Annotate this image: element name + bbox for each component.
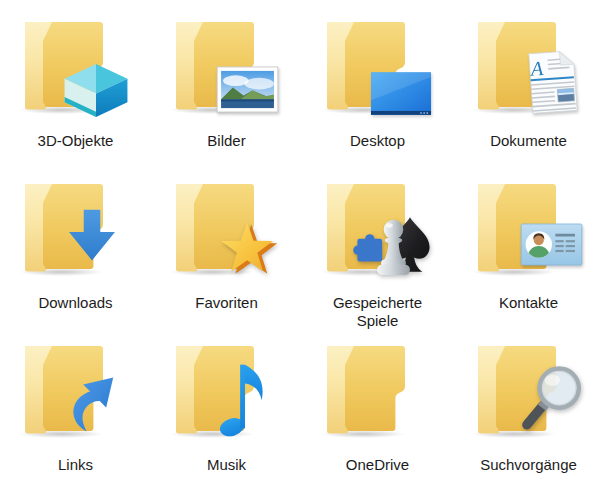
folder-label: Downloads [38, 294, 112, 312]
musik-icon [175, 342, 279, 438]
folder-item-suchvorgaenge[interactable]: Suchvorgänge [453, 324, 604, 487]
puzzle-piece-icon [353, 234, 382, 261]
folder-label: Favoriten [195, 294, 258, 312]
onedrive-icon [326, 342, 430, 438]
folder-label: Links [58, 456, 93, 474]
downloads-icon [24, 180, 128, 276]
folder-item-gespeicherte-spiele[interactable]: Gespeicherte Spiele [302, 162, 453, 324]
folder-item-bilder[interactable]: Bilder [151, 0, 302, 162]
download-arrow-icon [64, 208, 120, 265]
monitor-icon [370, 71, 432, 116]
music-note-icon [218, 356, 272, 438]
folder-item-onedrive[interactable]: OneDrive [302, 324, 453, 487]
3d-objekte-icon [24, 18, 128, 114]
folder-label: Desktop [350, 132, 405, 150]
folder-item-musik[interactable]: Musik [151, 324, 302, 487]
gespeicherte-spiele-icon [326, 180, 430, 276]
suchvorgaenge-icon [477, 342, 581, 438]
folder-label: Suchvorgänge [480, 456, 577, 474]
contact-card-icon [519, 223, 584, 268]
shortcut-arrow-icon [62, 372, 115, 436]
desktop-icon [326, 18, 430, 114]
folder-label: Dokumente [490, 132, 567, 150]
kontakte-icon [477, 180, 581, 276]
photo-icon [216, 66, 279, 113]
folder-label: Kontakte [499, 294, 558, 312]
folder-label: 3D-Objekte [38, 132, 114, 150]
document-icon: A [527, 49, 579, 117]
dokumente-icon: A [477, 18, 581, 114]
folder-item-desktop[interactable]: Desktop [302, 0, 453, 162]
folder-grid: 3D-Objekte Bilder [0, 0, 604, 487]
folder-item-3d-objekte[interactable]: 3D-Objekte [0, 0, 151, 162]
folder-item-downloads[interactable]: Downloads [0, 162, 151, 324]
star-icon [219, 219, 279, 278]
bilder-icon [175, 18, 279, 114]
magnifier-icon [518, 360, 587, 434]
doc-thumbnail [557, 88, 574, 102]
folder-item-favoriten[interactable]: Favoriten [151, 162, 302, 324]
folder-item-kontakte[interactable]: Kontakte [453, 162, 604, 324]
favoriten-icon [175, 180, 279, 276]
folder-item-dokumente[interactable]: A Dokumente [453, 0, 604, 162]
folder-item-links[interactable]: Links [0, 324, 151, 487]
links-icon [24, 342, 128, 438]
folder-label: Bilder [207, 132, 245, 150]
folder-label: OneDrive [346, 456, 409, 474]
game-pieces-icon [356, 212, 431, 278]
svg-text:A: A [528, 57, 544, 80]
folder-icon [317, 342, 413, 438]
folder-label: Musik [207, 456, 246, 474]
3d-cube-icon [60, 62, 132, 119]
